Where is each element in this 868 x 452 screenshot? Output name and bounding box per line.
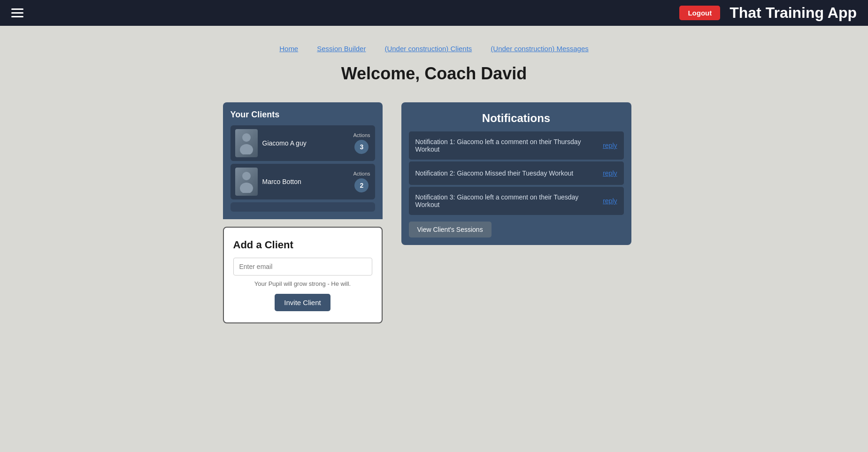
client-info-1: Giacomo A guy (235, 129, 307, 157)
avatar-placeholder-2 (235, 168, 258, 196)
actions-label-1: Actions (353, 132, 370, 138)
email-input[interactable] (233, 258, 372, 276)
client-row: Marco Botton Actions 2 (230, 164, 375, 199)
svg-point-1 (240, 144, 253, 154)
topbar-left (11, 8, 23, 17)
client-row: Giacomo A guy Actions 3 (230, 125, 375, 161)
nav-messages[interactable]: (Under construction) Messages (491, 45, 588, 53)
topbar-right: Logout That Training App (679, 4, 857, 22)
notification-reply-2[interactable]: reply (603, 169, 617, 177)
actions-badge-2[interactable]: 2 (354, 178, 369, 192)
topbar: Logout That Training App (0, 0, 868, 26)
clients-list: Giacomo A guy Actions 3 (230, 125, 375, 212)
client-actions-1: Actions 3 (353, 132, 370, 154)
client-avatar-1 (235, 129, 258, 157)
notifications-title: Notifications (409, 112, 624, 125)
svg-point-3 (240, 183, 253, 193)
notifications-card: Notifications Notification 1: Giacomo le… (401, 102, 631, 245)
client-name-2: Marco Botton (262, 178, 301, 185)
nav-home[interactable]: Home (279, 45, 298, 53)
main-content: Home Session Builder (Under construction… (0, 26, 868, 323)
welcome-heading: Welcome, Coach David (341, 64, 527, 84)
notification-text-2: Notification 2: Giacomo Missed their Tue… (415, 169, 598, 177)
actions-label-2: Actions (353, 171, 370, 176)
svg-point-2 (242, 172, 251, 180)
notification-row-1: Notification 1: Giacomo left a comment o… (409, 131, 624, 160)
left-column: Your Clients (223, 102, 383, 323)
app-title: That Training App (730, 4, 857, 22)
view-sessions-button[interactable]: View Client's Sessions (409, 222, 492, 237)
add-client-card: Add a Client Your Pupil will grow strong… (223, 227, 383, 323)
clients-card-title: Your Clients (230, 110, 375, 120)
client-name-1: Giacomo A guy (262, 139, 307, 147)
actions-badge-1[interactable]: 3 (354, 140, 369, 154)
invite-client-button[interactable]: Invite Client (275, 294, 330, 311)
svg-point-0 (242, 133, 251, 142)
nav-links: Home Session Builder (Under construction… (279, 45, 589, 53)
client-row-partial (230, 202, 375, 212)
columns: Your Clients (223, 102, 645, 323)
notification-reply-3[interactable]: reply (603, 197, 617, 205)
tagline: Your Pupil will grow strong - He will. (233, 280, 372, 287)
nav-clients[interactable]: (Under construction) Clients (384, 45, 472, 53)
avatar-placeholder-1 (235, 129, 258, 157)
notification-row-2: Notification 2: Giacomo Missed their Tue… (409, 161, 624, 185)
client-info-2: Marco Botton (235, 168, 301, 196)
add-client-title: Add a Client (233, 239, 372, 251)
notification-reply-1[interactable]: reply (603, 142, 617, 149)
notification-row-3: Notification 3: Giacomo left a comment o… (409, 187, 624, 215)
logout-button[interactable]: Logout (679, 6, 720, 20)
notification-text-3: Notification 3: Giacomo left a comment o… (415, 193, 598, 208)
hamburger-menu[interactable] (11, 8, 23, 17)
client-actions-2: Actions 2 (353, 171, 370, 192)
client-avatar-2 (235, 168, 258, 196)
notification-text-1: Notification 1: Giacomo left a comment o… (415, 138, 598, 153)
clients-card: Your Clients (223, 102, 383, 219)
nav-session-builder[interactable]: Session Builder (317, 45, 366, 53)
notifications-list: Notification 1: Giacomo left a comment o… (409, 131, 624, 215)
